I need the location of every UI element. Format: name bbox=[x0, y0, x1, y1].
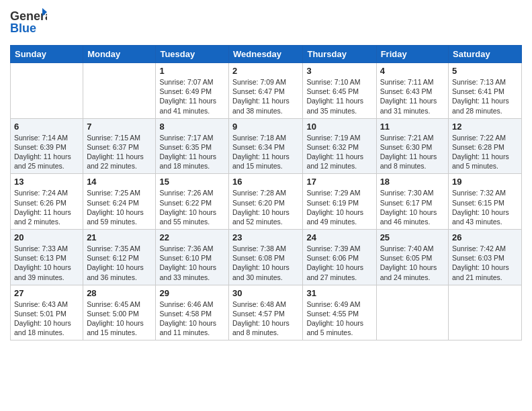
calendar-week-row: 13Sunrise: 7:24 AM Sunset: 6:26 PM Dayli… bbox=[11, 174, 522, 230]
calendar-cell: 1Sunrise: 7:07 AM Sunset: 6:49 PM Daylig… bbox=[156, 63, 229, 119]
day-number: 12 bbox=[452, 122, 518, 132]
calendar-page: General Blue SundayMondayTuesdayWednesda… bbox=[0, 0, 532, 351]
day-number: 20 bbox=[14, 232, 79, 242]
cell-content: Sunrise: 7:11 AM Sunset: 6:43 PM Dayligh… bbox=[380, 77, 445, 116]
day-number: 1 bbox=[159, 66, 225, 76]
calendar-week-row: 6Sunrise: 7:14 AM Sunset: 6:39 PM Daylig… bbox=[11, 118, 522, 174]
cell-content: Sunrise: 7:10 AM Sunset: 6:45 PM Dayligh… bbox=[306, 77, 372, 116]
calendar-cell: 6Sunrise: 7:14 AM Sunset: 6:39 PM Daylig… bbox=[11, 118, 83, 174]
cell-content: Sunrise: 6:46 AM Sunset: 4:58 PM Dayligh… bbox=[159, 300, 225, 338]
day-number: 29 bbox=[159, 288, 225, 298]
calendar-cell: 14Sunrise: 7:25 AM Sunset: 6:24 PM Dayli… bbox=[83, 174, 156, 230]
calendar-cell: 21Sunrise: 7:35 AM Sunset: 6:12 PM Dayli… bbox=[83, 230, 156, 285]
calendar-cell: 8Sunrise: 7:17 AM Sunset: 6:35 PM Daylig… bbox=[156, 118, 229, 174]
calendar-cell: 19Sunrise: 7:32 AM Sunset: 6:15 PM Dayli… bbox=[449, 174, 522, 230]
calendar-cell: 4Sunrise: 7:11 AM Sunset: 6:43 PM Daylig… bbox=[376, 63, 448, 119]
calendar-cell: 25Sunrise: 7:40 AM Sunset: 6:05 PM Dayli… bbox=[376, 230, 448, 285]
day-number: 3 bbox=[306, 66, 372, 76]
day-number: 14 bbox=[87, 177, 152, 187]
cell-content: Sunrise: 7:26 AM Sunset: 6:22 PM Dayligh… bbox=[159, 188, 225, 226]
calendar-cell: 16Sunrise: 7:28 AM Sunset: 6:20 PM Dayli… bbox=[229, 174, 303, 230]
day-number: 27 bbox=[14, 288, 79, 298]
svg-text:General: General bbox=[10, 9, 47, 23]
cell-content: Sunrise: 7:36 AM Sunset: 6:10 PM Dayligh… bbox=[159, 244, 225, 282]
svg-text:Blue: Blue bbox=[10, 21, 36, 35]
cell-content: Sunrise: 6:49 AM Sunset: 4:55 PM Dayligh… bbox=[306, 300, 372, 338]
logo-icon: General Blue bbox=[10, 7, 47, 37]
day-number: 24 bbox=[306, 232, 372, 242]
weekday-header-friday: Friday bbox=[376, 46, 448, 63]
calendar-cell: 24Sunrise: 7:39 AM Sunset: 6:06 PM Dayli… bbox=[303, 230, 376, 285]
calendar-cell: 22Sunrise: 7:36 AM Sunset: 6:10 PM Dayli… bbox=[156, 230, 229, 285]
calendar-week-row: 1Sunrise: 7:07 AM Sunset: 6:49 PM Daylig… bbox=[11, 63, 522, 119]
day-number: 10 bbox=[306, 122, 372, 132]
weekday-header-wednesday: Wednesday bbox=[229, 46, 303, 63]
day-number: 13 bbox=[14, 177, 79, 187]
cell-content: Sunrise: 7:32 AM Sunset: 6:15 PM Dayligh… bbox=[452, 188, 518, 226]
calendar-cell: 10Sunrise: 7:19 AM Sunset: 6:32 PM Dayli… bbox=[303, 118, 376, 174]
calendar-cell: 12Sunrise: 7:22 AM Sunset: 6:28 PM Dayli… bbox=[449, 118, 522, 174]
cell-content: Sunrise: 7:18 AM Sunset: 6:34 PM Dayligh… bbox=[232, 133, 299, 171]
calendar-cell: 30Sunrise: 6:48 AM Sunset: 4:57 PM Dayli… bbox=[229, 285, 303, 340]
day-number: 22 bbox=[159, 232, 225, 242]
calendar-cell bbox=[376, 285, 448, 340]
cell-content: Sunrise: 7:38 AM Sunset: 6:08 PM Dayligh… bbox=[232, 244, 299, 282]
cell-content: Sunrise: 7:22 AM Sunset: 6:28 PM Dayligh… bbox=[452, 133, 518, 171]
calendar-cell: 17Sunrise: 7:29 AM Sunset: 6:19 PM Dayli… bbox=[303, 174, 376, 230]
calendar-cell: 9Sunrise: 7:18 AM Sunset: 6:34 PM Daylig… bbox=[229, 118, 303, 174]
calendar-cell: 13Sunrise: 7:24 AM Sunset: 6:26 PM Dayli… bbox=[11, 174, 83, 230]
weekday-header-monday: Monday bbox=[83, 46, 156, 63]
cell-content: Sunrise: 7:14 AM Sunset: 6:39 PM Dayligh… bbox=[14, 133, 79, 171]
calendar-cell bbox=[11, 63, 83, 119]
calendar-cell: 31Sunrise: 6:49 AM Sunset: 4:55 PM Dayli… bbox=[303, 285, 376, 340]
day-number: 5 bbox=[452, 66, 518, 76]
calendar-cell: 5Sunrise: 7:13 AM Sunset: 6:41 PM Daylig… bbox=[449, 63, 522, 119]
cell-content: Sunrise: 7:39 AM Sunset: 6:06 PM Dayligh… bbox=[306, 244, 372, 282]
calendar-cell: 18Sunrise: 7:30 AM Sunset: 6:17 PM Dayli… bbox=[376, 174, 448, 230]
cell-content: Sunrise: 7:42 AM Sunset: 6:03 PM Dayligh… bbox=[452, 244, 518, 282]
day-number: 17 bbox=[306, 177, 372, 187]
calendar-week-row: 20Sunrise: 7:33 AM Sunset: 6:13 PM Dayli… bbox=[11, 230, 522, 285]
cell-content: Sunrise: 7:33 AM Sunset: 6:13 PM Dayligh… bbox=[14, 244, 79, 282]
day-number: 23 bbox=[232, 232, 299, 242]
calendar-cell: 28Sunrise: 6:45 AM Sunset: 5:00 PM Dayli… bbox=[83, 285, 156, 340]
day-number: 19 bbox=[452, 177, 518, 187]
weekday-header-sunday: Sunday bbox=[11, 46, 83, 63]
day-number: 8 bbox=[159, 122, 225, 132]
cell-content: Sunrise: 7:09 AM Sunset: 6:47 PM Dayligh… bbox=[232, 77, 299, 116]
day-number: 28 bbox=[87, 288, 152, 298]
calendar-cell: 15Sunrise: 7:26 AM Sunset: 6:22 PM Dayli… bbox=[156, 174, 229, 230]
cell-content: Sunrise: 6:45 AM Sunset: 5:00 PM Dayligh… bbox=[87, 300, 152, 338]
day-number: 30 bbox=[232, 288, 299, 298]
day-number: 25 bbox=[380, 232, 445, 242]
cell-content: Sunrise: 7:40 AM Sunset: 6:05 PM Dayligh… bbox=[380, 244, 445, 282]
day-number: 11 bbox=[380, 122, 445, 132]
cell-content: Sunrise: 7:29 AM Sunset: 6:19 PM Dayligh… bbox=[306, 188, 372, 226]
day-number: 6 bbox=[14, 122, 79, 132]
weekday-header-row: SundayMondayTuesdayWednesdayThursdayFrid… bbox=[11, 46, 522, 63]
calendar-cell: 11Sunrise: 7:21 AM Sunset: 6:30 PM Dayli… bbox=[376, 118, 448, 174]
calendar-week-row: 27Sunrise: 6:43 AM Sunset: 5:01 PM Dayli… bbox=[11, 285, 522, 340]
calendar-cell: 20Sunrise: 7:33 AM Sunset: 6:13 PM Dayli… bbox=[11, 230, 83, 285]
day-number: 7 bbox=[87, 122, 152, 132]
day-number: 18 bbox=[380, 177, 445, 187]
cell-content: Sunrise: 7:07 AM Sunset: 6:49 PM Dayligh… bbox=[159, 77, 225, 116]
cell-content: Sunrise: 6:43 AM Sunset: 5:01 PM Dayligh… bbox=[14, 300, 79, 338]
calendar-cell: 23Sunrise: 7:38 AM Sunset: 6:08 PM Dayli… bbox=[229, 230, 303, 285]
calendar-cell: 3Sunrise: 7:10 AM Sunset: 6:45 PM Daylig… bbox=[303, 63, 376, 119]
weekday-header-saturday: Saturday bbox=[449, 46, 522, 63]
day-number: 15 bbox=[159, 177, 225, 187]
calendar-cell bbox=[449, 285, 522, 340]
cell-content: Sunrise: 7:13 AM Sunset: 6:41 PM Dayligh… bbox=[452, 77, 518, 116]
day-number: 26 bbox=[452, 232, 518, 242]
cell-content: Sunrise: 7:25 AM Sunset: 6:24 PM Dayligh… bbox=[87, 188, 152, 226]
day-number: 31 bbox=[306, 288, 372, 298]
cell-content: Sunrise: 6:48 AM Sunset: 4:57 PM Dayligh… bbox=[232, 300, 299, 338]
calendar-cell: 2Sunrise: 7:09 AM Sunset: 6:47 PM Daylig… bbox=[229, 63, 303, 119]
weekday-header-thursday: Thursday bbox=[303, 46, 376, 63]
header: General Blue bbox=[10, 7, 522, 40]
calendar-table: SundayMondayTuesdayWednesdayThursdayFrid… bbox=[10, 45, 522, 340]
logo: General Blue bbox=[10, 7, 47, 40]
cell-content: Sunrise: 7:21 AM Sunset: 6:30 PM Dayligh… bbox=[380, 133, 445, 171]
cell-content: Sunrise: 7:35 AM Sunset: 6:12 PM Dayligh… bbox=[87, 244, 152, 282]
